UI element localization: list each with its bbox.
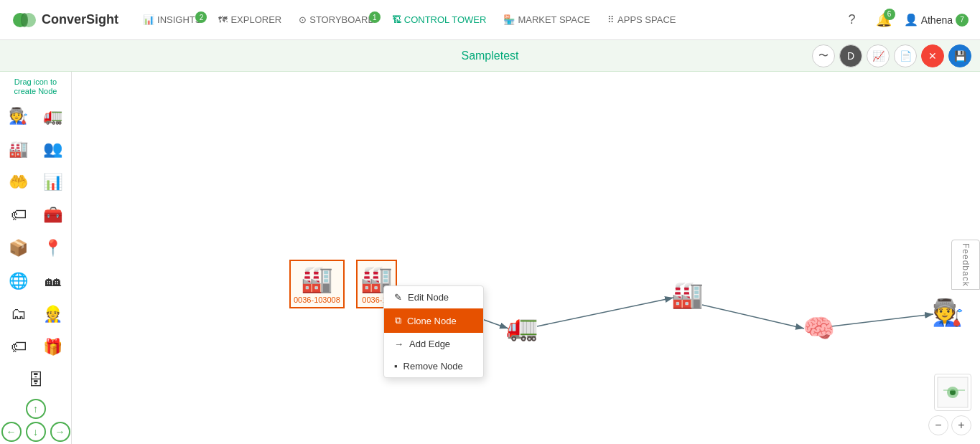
node-5-icon: 🧠 <box>803 313 835 344</box>
node-6-icon: 🧑‍🏭 <box>932 298 964 328</box>
clone-icon: ⧉ <box>395 315 401 326</box>
sidebar-row-6: 🌐 🏘 <box>4 267 67 296</box>
zoom-plus-icon: + <box>958 419 964 432</box>
context-menu: ✎ Edit Node ⧉ Clone Node → Add Edge ▪ Re… <box>383 285 484 378</box>
explorer-label: EXPLORER <box>230 14 281 25</box>
minimap-svg <box>936 376 969 409</box>
logo-icon <box>11 7 37 33</box>
sidebar-row-3: 🤲 📊 <box>4 168 67 197</box>
sidebar-icon-truck[interactable]: 🚛 <box>39 102 67 131</box>
nav-right: ? 🔔 6 👤 Athena 7 <box>841 9 969 32</box>
subtitle-icons: 〜 D 📈 📄 ✕ 💾 <box>812 44 971 67</box>
bell-badge: 6 <box>884 9 895 20</box>
sidebar-icon-person[interactable]: 🧑‍🏭 <box>4 102 33 131</box>
sidebar-icon-building[interactable]: 🏘 <box>39 267 67 296</box>
market-space-nav-icon: 🏪 <box>503 14 515 25</box>
sidebar-icon-dealer[interactable]: 🏷 <box>4 201 33 230</box>
sidebar-icon-chart[interactable]: 📊 <box>39 168 67 197</box>
add-edge-label: Add Edge <box>409 339 450 349</box>
logo-text: ConverSight <box>42 12 118 27</box>
help-button[interactable]: ? <box>841 9 864 32</box>
zoom-in-button[interactable]: + <box>951 415 971 435</box>
sidebar-icon-gift[interactable]: 🎁 <box>39 333 67 362</box>
nav-item-insights[interactable]: 📊 INSIGHTS 2 <box>136 10 208 29</box>
top-navigation: ConverSight 📊 INSIGHTS 2 🗺 EXPLORER ⊙ ST… <box>0 0 980 40</box>
context-menu-edit-node[interactable]: ✎ Edit Node <box>384 286 483 308</box>
nav-item-storyboard[interactable]: ⊙ STORYBOARD 1 <box>291 10 382 29</box>
subtitle-icon-doc[interactable]: 📄 <box>894 44 917 67</box>
sidebar-icon-shelf[interactable]: 🗄 <box>22 366 50 395</box>
sidebar-bottom-icons: ↑ ← ↓ → <box>1 399 70 442</box>
context-menu-clone-node[interactable]: ⧉ Clone Node <box>384 308 483 333</box>
context-menu-add-edge[interactable]: → Add Edge <box>384 333 483 355</box>
node-1[interactable]: 🏭 0036-103008 <box>289 260 345 308</box>
sidebar-center-icon-row: ↑ <box>26 399 46 419</box>
insights-nav-icon: 📊 <box>143 14 154 25</box>
sidebar-icon-box[interactable]: 📦 <box>4 234 33 263</box>
sidebar-icon-globe[interactable]: 🌐 <box>4 267 33 296</box>
sidebar-row-5: 📦 📍 <box>4 234 67 263</box>
main-area: Drag icon to create Node 🧑‍🏭 🚛 🏭 👥 🤲 📊 🏷… <box>0 72 980 444</box>
node-4[interactable]: 🏭 <box>671 280 704 310</box>
feedback-tab[interactable]: Feedback <box>951 240 980 291</box>
sidebar-row-8: 🏷 🎁 <box>4 333 67 362</box>
sidebar-icon-medkit[interactable]: 🧰 <box>39 201 67 230</box>
edit-icon: ✎ <box>394 292 402 303</box>
sidebar-icon-hand[interactable]: 🤲 <box>4 168 33 197</box>
sidebar-icon-location[interactable]: 📍 <box>39 234 67 263</box>
node-1-icon: 🏭 <box>301 264 333 294</box>
control-tower-label: CONTROL TOWER <box>404 14 487 25</box>
user-area[interactable]: 👤 Athena 7 <box>904 13 969 27</box>
sidebar-download-icon[interactable]: ↓ <box>26 422 46 442</box>
context-menu-remove-node[interactable]: ▪ Remove Node <box>384 355 483 377</box>
sidebar-left-icon[interactable]: ← <box>1 422 22 442</box>
logo-area[interactable]: ConverSight <box>11 7 118 33</box>
node-3[interactable]: 🚛 <box>506 312 538 342</box>
nav-item-apps-space[interactable]: ⠿ APPS SPACE <box>600 10 683 29</box>
storyboard-label: STORYBOARD <box>309 14 375 25</box>
node-1-label: 0036-103008 <box>294 296 340 304</box>
sidebar-icon-percent[interactable]: 🏷 <box>4 333 33 362</box>
add-edge-icon: → <box>394 339 403 349</box>
sidebar-icon-warehouse[interactable]: 🏭 <box>4 135 33 164</box>
feedback-label: Feedback <box>961 243 971 287</box>
subtitle-icon-save[interactable]: 💾 <box>948 44 971 67</box>
svg-line-6 <box>702 305 804 329</box>
sidebar-icon-stack[interactable]: 🗂 <box>4 300 33 329</box>
zoom-out-button[interactable]: − <box>928 415 948 435</box>
insights-label: INSIGHTS <box>157 14 201 25</box>
bell-button[interactable]: 🔔 6 <box>872 9 895 32</box>
sidebar-icon-group[interactable]: 👥 <box>39 135 67 164</box>
nav-item-explorer[interactable]: 🗺 EXPLORER <box>211 10 289 29</box>
remove-icon: ▪ <box>394 361 398 372</box>
sidebar-upload-icon[interactable]: ↑ <box>26 399 46 419</box>
svg-point-2 <box>21 13 28 27</box>
bottom-right-controls: − + <box>928 374 971 435</box>
nav-items: 📊 INSIGHTS 2 🗺 EXPLORER ⊙ STORYBOARD 1 🏗… <box>136 10 835 29</box>
apps-space-label: APPS SPACE <box>617 14 676 25</box>
zoom-controls: − + <box>928 415 971 435</box>
subtitle-icon-close[interactable]: ✕ <box>921 44 944 67</box>
control-tower-nav-icon: 🏗 <box>392 14 401 25</box>
nav-item-market-space[interactable]: 🏪 MARKET SPACE <box>496 10 597 29</box>
svg-line-5 <box>537 298 673 326</box>
sidebar-icon-worker[interactable]: 👷 <box>39 300 67 329</box>
storyboard-badge: 1 <box>369 11 381 23</box>
sidebar-right-icon[interactable]: → <box>50 422 70 442</box>
minimap[interactable] <box>934 374 971 411</box>
sidebar-drag-label: Drag icon to create Node <box>3 77 68 96</box>
subtitle-icon-1[interactable]: 〜 <box>812 44 835 67</box>
subtitle-bar: Sampletest 〜 D 📈 📄 ✕ 💾 <box>0 40 980 72</box>
svg-line-7 <box>831 314 933 326</box>
nav-item-control-tower[interactable]: 🏗 CONTROL TOWER <box>385 10 494 29</box>
canvas: 🏭 0036-103008 🏭 0036-10 ✎ Edit Node ⧉ Cl… <box>72 72 980 444</box>
storyboard-nav-icon: ⊙ <box>299 14 307 25</box>
subtitle-icon-d[interactable]: D <box>839 44 862 67</box>
explorer-nav-icon: 🗺 <box>218 14 228 25</box>
node-6[interactable]: 🧑‍🏭 <box>932 298 964 328</box>
subtitle-icon-trend[interactable]: 📈 <box>867 44 890 67</box>
sidebar-row-9: 🗄 <box>22 366 50 395</box>
sidebar-nav-icon-row: ← ↓ → <box>1 422 70 442</box>
node-5[interactable]: 🧠 <box>803 313 835 344</box>
sidebar-row-7: 🗂 👷 <box>4 300 67 329</box>
